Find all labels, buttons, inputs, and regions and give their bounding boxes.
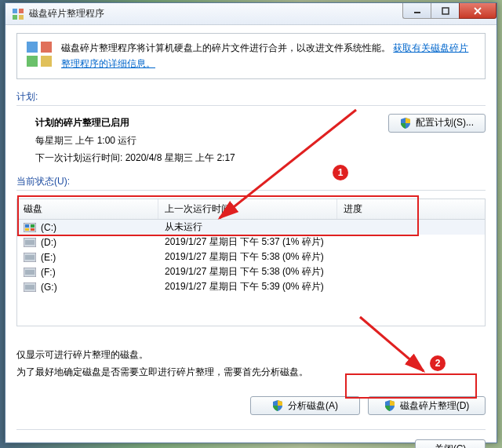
table-row[interactable]: (F:)2019/1/27 星期日 下午 5:38 (0% 碎片) bbox=[17, 264, 485, 279]
table-row[interactable]: (E:)2019/1/27 星期日 下午 5:38 (0% 碎片) bbox=[17, 249, 485, 264]
maximize-button[interactable] bbox=[431, 3, 459, 19]
shield-icon bbox=[384, 400, 395, 411]
svg-rect-16 bbox=[25, 240, 35, 245]
hint-line1: 仅显示可进行碎片整理的磁盘。 bbox=[16, 347, 486, 364]
info-panel: 磁盘碎片整理程序将计算机硬盘上的碎片文件进行合并，以改进文件系统性能。 获取有关… bbox=[16, 33, 486, 79]
svg-rect-22 bbox=[25, 285, 35, 290]
svg-rect-9 bbox=[41, 56, 52, 67]
disk-icon bbox=[24, 268, 36, 277]
close-icon bbox=[473, 7, 482, 15]
table-row[interactable]: (G:)2019/1/27 星期日 下午 5:39 (0% 碎片) bbox=[17, 279, 485, 294]
disk-table: 磁盘 上一次运行时间 进度 (C:)从未运行(D:)2019/1/27 星期日 … bbox=[16, 199, 486, 326]
divider bbox=[16, 190, 486, 191]
defrag-window: 磁盘碎片整理程序 磁盘碎片整理程序将计算机硬盘上的碎片文件进行合并，以改进文件系… bbox=[5, 2, 497, 443]
close-label: 关闭(C) bbox=[435, 443, 467, 448]
hint-line2: 为了最好地确定磁盘是否需要立即进行碎片整理，需要首先分析磁盘。 bbox=[16, 364, 486, 381]
info-text: 磁盘碎片整理程序将计算机硬盘上的碎片文件进行合并，以改进文件系统性能。 获取有关… bbox=[61, 40, 477, 72]
last-run: 2019/1/27 星期日 下午 5:38 (0% 碎片) bbox=[165, 250, 344, 264]
svg-rect-3 bbox=[19, 15, 24, 20]
window-controls bbox=[402, 3, 497, 19]
info-panel-icon bbox=[25, 40, 53, 72]
table-empty-space bbox=[17, 294, 485, 326]
table-body: (C:)从未运行(D:)2019/1/27 星期日 下午 5:37 (1% 碎片… bbox=[17, 220, 485, 294]
schedule-area: 计划的碎片整理已启用 每星期三 上午 1:00 运行 下一次计划运行时间: 20… bbox=[16, 114, 486, 167]
table-header: 磁盘 上一次运行时间 进度 bbox=[17, 199, 485, 220]
maximize-icon bbox=[442, 7, 449, 15]
column-disk[interactable]: 磁盘 bbox=[17, 199, 158, 219]
table-row[interactable]: (C:)从未运行 bbox=[17, 220, 485, 235]
hint-text: 仅显示可进行碎片整理的磁盘。 为了最好地确定磁盘是否需要立即进行碎片整理，需要首… bbox=[16, 347, 486, 381]
info-description: 磁盘碎片整理程序将计算机硬盘上的碎片文件进行合并，以改进文件系统性能。 bbox=[61, 42, 391, 53]
svg-rect-0 bbox=[13, 9, 17, 13]
svg-rect-11 bbox=[25, 224, 29, 228]
defrag-icon bbox=[12, 8, 24, 20]
analyze-label: 分析磁盘(A) bbox=[288, 399, 338, 413]
divider bbox=[16, 105, 486, 106]
window-title: 磁盘碎片整理程序 bbox=[29, 7, 104, 20]
disk-name: (F:) bbox=[41, 267, 56, 278]
disk-icon bbox=[24, 238, 36, 247]
schedule-next-run: 下一次计划运行时间: 2020/4/8 星期三 上午 2:17 bbox=[35, 149, 388, 167]
action-buttons: 分析磁盘(A) 磁盘碎片整理(D) bbox=[16, 396, 486, 415]
defrag-button[interactable]: 磁盘碎片整理(D) bbox=[368, 396, 486, 415]
schedule-title: 计划的碎片整理已启用 bbox=[35, 114, 388, 132]
configure-schedule-button[interactable]: 配置计划(S)... bbox=[388, 114, 486, 133]
schedule-frequency: 每星期三 上午 1:00 运行 bbox=[35, 132, 388, 150]
analyze-button[interactable]: 分析磁盘(A) bbox=[250, 396, 360, 415]
last-run: 从未运行 bbox=[165, 220, 344, 234]
disk-name: (E:) bbox=[41, 252, 56, 263]
disk-icon bbox=[24, 223, 36, 232]
svg-rect-20 bbox=[25, 270, 35, 275]
last-run: 2019/1/27 星期日 下午 5:37 (1% 碎片) bbox=[165, 235, 344, 249]
close-button[interactable] bbox=[459, 3, 497, 19]
shield-icon bbox=[400, 118, 411, 129]
schedule-section-label: 计划: bbox=[16, 90, 486, 104]
svg-rect-4 bbox=[414, 12, 420, 13]
disk-icon bbox=[24, 282, 36, 292]
configure-schedule-label: 配置计划(S)... bbox=[416, 116, 474, 129]
disk-name: (D:) bbox=[41, 237, 56, 248]
minimize-button[interactable] bbox=[402, 3, 431, 19]
svg-rect-1 bbox=[19, 9, 24, 13]
divider bbox=[16, 429, 486, 430]
table-row[interactable]: (D:)2019/1/27 星期日 下午 5:37 (1% 碎片) bbox=[17, 235, 485, 249]
shield-icon bbox=[272, 400, 283, 411]
defrag-label: 磁盘碎片整理(D) bbox=[400, 399, 470, 413]
svg-rect-2 bbox=[13, 15, 17, 20]
svg-rect-12 bbox=[31, 224, 35, 228]
column-last-run[interactable]: 上一次运行时间 bbox=[158, 199, 337, 219]
svg-rect-7 bbox=[41, 42, 52, 53]
disk-name: (C:) bbox=[41, 222, 56, 233]
disk-name: (G:) bbox=[41, 282, 57, 293]
column-progress[interactable]: 进度 bbox=[337, 199, 485, 219]
disk-icon bbox=[24, 253, 36, 262]
svg-rect-18 bbox=[25, 255, 35, 260]
svg-rect-14 bbox=[31, 228, 35, 231]
titlebar[interactable]: 磁盘碎片整理程序 bbox=[5, 3, 497, 25]
svg-rect-6 bbox=[27, 42, 38, 53]
svg-rect-5 bbox=[442, 8, 449, 14]
close-dialog-button[interactable]: 关闭(C) bbox=[415, 439, 486, 448]
minimize-icon bbox=[413, 7, 421, 15]
last-run: 2019/1/27 星期日 下午 5:38 (0% 碎片) bbox=[165, 265, 344, 279]
last-run: 2019/1/27 星期日 下午 5:39 (0% 碎片) bbox=[165, 280, 344, 293]
svg-rect-13 bbox=[25, 228, 29, 231]
status-section-label: 当前状态(U): bbox=[16, 175, 486, 188]
svg-rect-8 bbox=[27, 56, 38, 67]
